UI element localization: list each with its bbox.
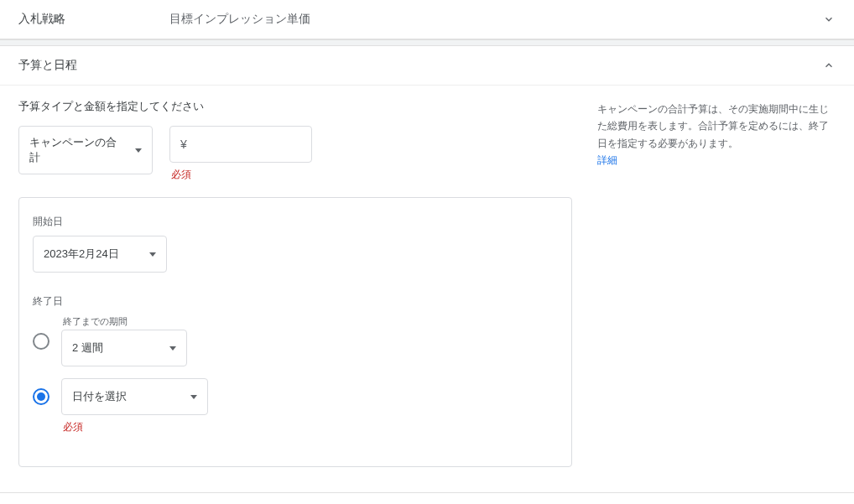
end-duration-value: 2 週間 <box>72 340 103 356</box>
chevron-up-icon <box>822 59 836 72</box>
triangle-down-icon <box>135 148 142 153</box>
triangle-down-icon <box>190 395 197 399</box>
budget-amount-input[interactable] <box>192 138 333 151</box>
chevron-down-icon <box>822 13 836 26</box>
panel-budget: 予算と日程 予算タイプと金額を指定してください キャンペーンの合計 ¥ <box>0 46 854 493</box>
budget-section-label: 予算タイプと金額を指定してください <box>18 99 572 114</box>
panel-bidding: 入札戦略 目標インプレッション単価 <box>0 0 854 39</box>
end-duration-radio[interactable] <box>33 333 49 350</box>
triangle-down-icon <box>169 346 176 351</box>
start-date-value: 2023年2月24日 <box>44 247 119 262</box>
end-duration-select[interactable]: 2 週間 <box>61 330 187 366</box>
budget-amount-error: 必須 <box>171 168 312 182</box>
panel-bidding-title: 入札戦略 <box>18 12 169 27</box>
panel-budget-title: 予算と日程 <box>18 58 822 73</box>
panel-divider <box>0 39 854 46</box>
start-date-label: 開始日 <box>33 215 558 229</box>
help-link[interactable]: 詳細 <box>597 154 617 166</box>
end-date-select[interactable]: 日付を選択 <box>61 378 208 415</box>
date-card: 開始日 2023年2月24日 終了日 終了までの期間 2 週間 <box>18 197 572 467</box>
end-date-value: 日付を選択 <box>72 389 127 404</box>
help-text: キャンペーンの合計予算は、その実施期間中に生じた総費用を表します。合計予算を定め… <box>597 103 829 149</box>
budget-type-select-label: キャンペーンの合計 <box>29 135 127 165</box>
currency-prefix: ¥ <box>180 138 187 151</box>
panel-bidding-value: 目標インプレッション単価 <box>169 12 822 27</box>
budget-amount-field[interactable]: ¥ <box>169 126 312 163</box>
help-panel: キャンペーンの合計予算は、その実施期間中に生じた総費用を表します。合計予算を定め… <box>597 99 836 467</box>
budget-type-select[interactable]: キャンペーンの合計 <box>18 126 153 174</box>
start-date-select[interactable]: 2023年2月24日 <box>33 236 167 273</box>
panel-budget-header[interactable]: 予算と日程 <box>0 46 854 85</box>
end-date-error: 必須 <box>63 420 558 434</box>
end-date-label: 終了日 <box>33 294 558 309</box>
end-date-radio[interactable] <box>33 388 49 405</box>
end-duration-float-label: 終了までの期間 <box>63 315 187 328</box>
panel-budget-body: 予算タイプと金額を指定してください キャンペーンの合計 ¥ 必須 <box>0 85 854 492</box>
triangle-down-icon <box>149 252 156 257</box>
panel-bidding-header[interactable]: 入札戦略 目標インプレッション単価 <box>0 0 854 39</box>
